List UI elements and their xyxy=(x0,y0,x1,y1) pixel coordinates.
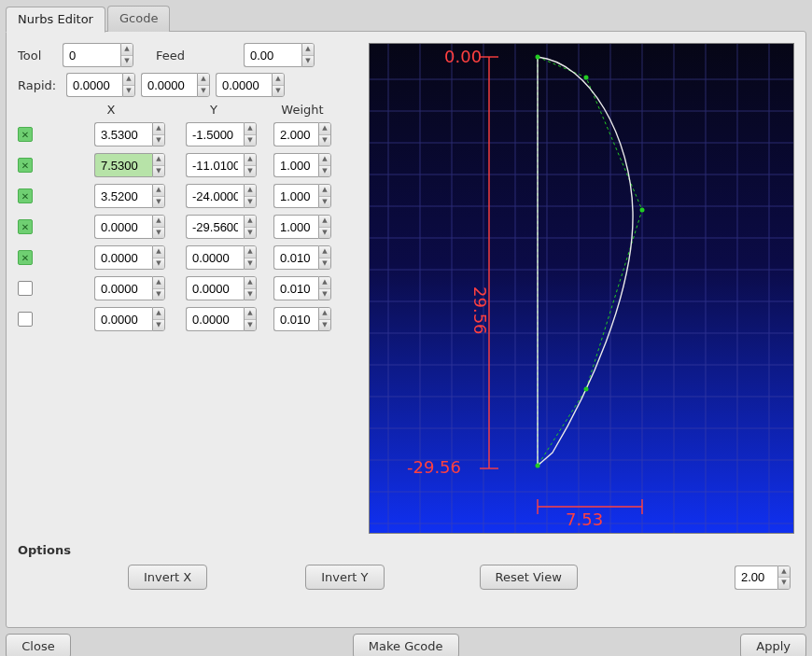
spin-down-icon[interactable]: ▼ xyxy=(778,578,790,589)
spin-down-icon[interactable]: ▼ xyxy=(153,166,164,177)
spin-down-icon[interactable]: ▼ xyxy=(245,228,256,239)
row-weight-input[interactable]: ▲▼ xyxy=(273,307,331,331)
row-x-input[interactable]: ▲▼ xyxy=(94,276,165,300)
tab-nurbs-editor[interactable]: Nurbs Editor xyxy=(6,7,105,33)
zoom-input[interactable]: ▲▼ xyxy=(735,565,791,590)
spin-down-icon[interactable]: ▼ xyxy=(273,86,284,97)
spin-up-icon[interactable]: ▲ xyxy=(153,246,164,258)
row-enable-checkbox[interactable] xyxy=(18,281,33,296)
spin-up-icon[interactable]: ▲ xyxy=(245,123,256,135)
row-y-input[interactable]: ▲▼ xyxy=(186,153,257,177)
spin-down-icon[interactable]: ▼ xyxy=(153,258,164,270)
row-weight-input[interactable]: ▲▼ xyxy=(273,122,331,147)
spin-down-icon[interactable]: ▼ xyxy=(319,258,330,270)
row-weight-input[interactable]: ▲▼ xyxy=(273,184,331,208)
row-enable-checkbox[interactable] xyxy=(18,250,33,265)
make-gcode-button[interactable]: Make Gcode xyxy=(353,634,459,656)
spin-up-icon[interactable]: ▲ xyxy=(319,277,330,289)
row-y-input[interactable]: ▲▼ xyxy=(186,245,257,270)
spin-up-icon[interactable]: ▲ xyxy=(319,154,330,166)
spin-down-icon[interactable]: ▼ xyxy=(153,320,164,331)
spin-up-icon[interactable]: ▲ xyxy=(778,566,790,579)
tool-input[interactable]: ▲▼ xyxy=(63,43,133,67)
row-weight-input[interactable]: ▲▼ xyxy=(273,153,331,177)
spin-up-icon[interactable]: ▲ xyxy=(245,185,256,197)
spin-up-icon[interactable]: ▲ xyxy=(153,185,164,197)
preview-canvas[interactable]: 0.00 -29.56 29.56 7.53 xyxy=(369,43,794,534)
row-y-input[interactable]: ▲▼ xyxy=(186,276,257,300)
invert-x-button[interactable]: Invert X xyxy=(128,565,207,590)
spin-up-icon[interactable]: ▲ xyxy=(245,246,256,258)
spin-up-icon[interactable]: ▲ xyxy=(153,123,164,135)
spin-up-icon[interactable]: ▲ xyxy=(245,277,256,289)
row-x-input[interactable]: ▲▼ xyxy=(94,153,165,177)
row-y-input[interactable]: ▲▼ xyxy=(186,215,257,239)
spin-up-icon[interactable]: ▲ xyxy=(245,216,256,228)
row-y-input[interactable]: ▲▼ xyxy=(186,122,257,147)
feed-input[interactable]: ▲▼ xyxy=(244,43,315,67)
rapid-y-input[interactable]: ▲▼ xyxy=(141,73,210,97)
spin-up-icon[interactable]: ▲ xyxy=(245,154,256,166)
row-x-input[interactable]: ▲▼ xyxy=(94,184,165,208)
spin-down-icon[interactable]: ▼ xyxy=(319,135,330,147)
spin-down-icon[interactable]: ▼ xyxy=(302,56,314,67)
reset-view-button[interactable]: Reset View xyxy=(480,565,578,590)
spin-down-icon[interactable]: ▼ xyxy=(319,228,330,239)
spin-down-icon[interactable]: ▼ xyxy=(245,258,256,270)
row-x-input[interactable]: ▲▼ xyxy=(94,122,165,147)
spin-up-icon[interactable]: ▲ xyxy=(273,74,284,86)
spin-down-icon[interactable]: ▼ xyxy=(153,197,164,208)
spin-up-icon[interactable]: ▲ xyxy=(153,277,164,289)
spin-up-icon[interactable]: ▲ xyxy=(302,44,314,56)
spin-down-icon[interactable]: ▼ xyxy=(121,56,133,67)
spin-up-icon[interactable]: ▲ xyxy=(198,74,209,86)
spin-down-icon[interactable]: ▼ xyxy=(245,166,256,177)
spin-up-icon[interactable]: ▲ xyxy=(319,308,330,320)
spin-down-icon[interactable]: ▼ xyxy=(319,197,330,208)
preview-height-label: 29.56 xyxy=(470,286,490,335)
row-x-input[interactable]: ▲▼ xyxy=(94,215,165,239)
spin-up-icon[interactable]: ▲ xyxy=(153,216,164,228)
close-button[interactable]: Close xyxy=(6,634,71,656)
row-enable-checkbox[interactable] xyxy=(18,219,33,234)
tab-gcode[interactable]: Gcode xyxy=(107,6,170,32)
spin-up-icon[interactable]: ▲ xyxy=(245,308,256,320)
spin-down-icon[interactable]: ▼ xyxy=(319,166,330,177)
spin-down-icon[interactable]: ▼ xyxy=(153,228,164,239)
spin-up-icon[interactable]: ▲ xyxy=(319,216,330,228)
spin-up-icon[interactable]: ▲ xyxy=(153,308,164,320)
spin-down-icon[interactable]: ▼ xyxy=(123,86,134,97)
spin-down-icon[interactable]: ▼ xyxy=(198,86,209,97)
row-y-input[interactable]: ▲▼ xyxy=(186,307,257,331)
spin-down-icon[interactable]: ▼ xyxy=(245,197,256,208)
spin-up-icon[interactable]: ▲ xyxy=(121,44,133,56)
spin-down-icon[interactable]: ▼ xyxy=(153,135,164,147)
row-weight-input[interactable]: ▲▼ xyxy=(273,276,331,300)
row-enable-checkbox[interactable] xyxy=(18,127,33,142)
invert-y-button[interactable]: Invert Y xyxy=(305,565,384,590)
spin-down-icon[interactable]: ▼ xyxy=(153,289,164,300)
spin-down-icon[interactable]: ▼ xyxy=(245,135,256,147)
apply-button[interactable]: Apply xyxy=(740,634,806,656)
rapid-z-input[interactable]: ▲▼ xyxy=(216,73,285,97)
row-x-input[interactable]: ▲▼ xyxy=(94,307,165,331)
row-y-input[interactable]: ▲▼ xyxy=(186,184,257,208)
row-weight-input[interactable]: ▲▼ xyxy=(273,245,331,270)
row-x-input[interactable]: ▲▼ xyxy=(94,245,165,270)
svg-point-37 xyxy=(584,76,589,80)
row-weight-input[interactable]: ▲▼ xyxy=(273,215,331,239)
spin-up-icon[interactable]: ▲ xyxy=(123,74,134,86)
rapid-x-input[interactable]: ▲▼ xyxy=(66,73,135,97)
spin-down-icon[interactable]: ▼ xyxy=(245,320,256,331)
spin-up-icon[interactable]: ▲ xyxy=(319,246,330,258)
preview-bottom-label: -29.56 xyxy=(407,457,461,477)
spin-down-icon[interactable]: ▼ xyxy=(245,289,256,300)
spin-down-icon[interactable]: ▼ xyxy=(319,289,330,300)
row-enable-checkbox[interactable] xyxy=(18,312,33,327)
spin-up-icon[interactable]: ▲ xyxy=(319,123,330,135)
row-enable-checkbox[interactable] xyxy=(18,188,33,203)
row-enable-checkbox[interactable] xyxy=(18,158,33,173)
spin-down-icon[interactable]: ▼ xyxy=(319,320,330,331)
spin-up-icon[interactable]: ▲ xyxy=(319,185,330,197)
spin-up-icon[interactable]: ▲ xyxy=(153,154,164,166)
